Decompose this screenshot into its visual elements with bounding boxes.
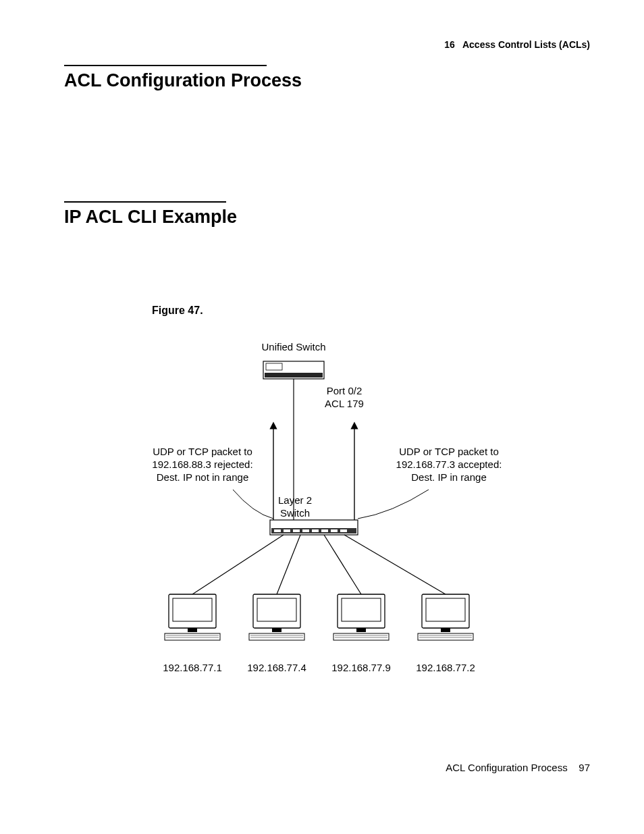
rejected-note: UDP or TCP packet to 192.168.88.3 reject… [142, 446, 263, 484]
svg-rect-21 [173, 598, 212, 621]
port-line-2: ACL 179 [325, 398, 364, 409]
host-ip-4: 192.168.77.2 [412, 662, 479, 675]
note-line: UDP or TCP packet to [399, 446, 499, 457]
layer2-switch-icon [270, 520, 358, 535]
page-footer: ACL Configuration Process 97 [446, 762, 590, 773]
svg-rect-39 [426, 598, 465, 621]
svg-rect-11 [302, 529, 309, 532]
svg-line-17 [277, 535, 300, 594]
svg-rect-29 [249, 633, 304, 640]
note-line: 192.168.88.3 rejected: [152, 459, 252, 470]
footer-page-number: 97 [579, 762, 590, 773]
footer-section-title: ACL Configuration Process [446, 762, 567, 773]
section-heading-1: ACL Configuration Process [64, 70, 302, 91]
note-line: Dest. IP in range [411, 471, 486, 483]
note-line: 192.168.77.3 accepted: [396, 459, 502, 470]
chapter-number: 16 [444, 39, 455, 50]
svg-rect-27 [257, 598, 296, 621]
svg-rect-15 [340, 529, 347, 532]
host-ip-3: 192.168.77.9 [327, 662, 395, 675]
svg-rect-8 [274, 529, 281, 532]
svg-rect-10 [293, 529, 300, 532]
svg-rect-33 [342, 598, 381, 621]
svg-line-19 [344, 535, 446, 594]
unified-switch-icon [263, 361, 324, 379]
unified-switch-label: Unified Switch [257, 341, 331, 354]
svg-rect-1 [265, 373, 323, 377]
svg-rect-12 [312, 529, 319, 532]
figure-label: Figure 47. [152, 305, 203, 317]
host-ip-2: 192.168.77.4 [243, 662, 311, 675]
network-diagram: Unified Switch Port 0/2 ACL 179 UDP or T… [122, 338, 527, 689]
svg-rect-41 [418, 633, 473, 640]
host-icon [165, 594, 473, 640]
svg-rect-13 [321, 529, 328, 532]
svg-rect-34 [356, 628, 366, 632]
running-header: 16 Access Control Lists (ACLs) [444, 39, 590, 50]
layer2-switch-label: Layer 2 Switch [271, 494, 319, 520]
svg-rect-14 [331, 529, 338, 532]
port-label: Port 0/2 ACL 179 [317, 385, 371, 411]
port-line-1: Port 0/2 [327, 385, 363, 396]
svg-rect-2 [266, 363, 282, 370]
svg-rect-22 [188, 628, 197, 632]
section-rule [64, 201, 226, 203]
note-line: UDP or TCP packet to [153, 446, 252, 457]
host-ip-1: 192.168.77.1 [159, 662, 226, 675]
section-heading-2: IP ACL CLI Example [64, 207, 237, 228]
svg-rect-23 [165, 633, 220, 640]
section-rule [64, 65, 267, 66]
note-line: Dest. IP not in range [157, 471, 248, 483]
chapter-title: Access Control Lists (ACLs) [462, 39, 590, 50]
svg-rect-9 [284, 529, 290, 532]
svg-line-18 [324, 535, 361, 594]
svg-rect-40 [441, 628, 450, 632]
accepted-note: UDP or TCP packet to 192.168.77.3 accept… [388, 446, 510, 484]
svg-rect-35 [333, 633, 389, 640]
svg-line-16 [192, 535, 284, 594]
label-line: Switch [280, 507, 310, 519]
svg-rect-28 [272, 628, 281, 632]
label-line: Layer 2 [278, 494, 312, 506]
